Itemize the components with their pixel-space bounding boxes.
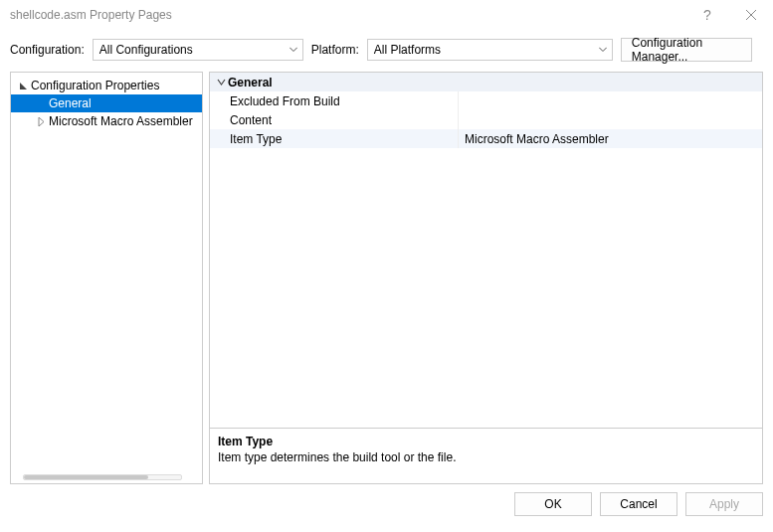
description-text: Item type determines the build tool or t… xyxy=(218,450,754,464)
tree-item-microsoft-macro-assembler[interactable]: Microsoft Macro Assembler xyxy=(11,112,202,130)
window-title: shellcode.asm Property Pages xyxy=(10,8,172,22)
nav-tree[interactable]: Configuration Properties General Microso… xyxy=(10,72,203,484)
apply-button[interactable]: Apply xyxy=(685,492,763,516)
configuration-dropdown[interactable]: All Configurations xyxy=(93,39,303,61)
description-title: Item Type xyxy=(218,435,754,448)
platform-value: All Platforms xyxy=(374,43,441,57)
tree-horizontal-scrollbar[interactable] xyxy=(23,474,182,480)
property-panel: General Excluded From Build Content Item… xyxy=(209,72,763,484)
tree-root-configuration-properties[interactable]: Configuration Properties xyxy=(11,77,202,94)
configuration-label: Configuration: xyxy=(10,43,85,57)
prop-value[interactable] xyxy=(459,91,762,110)
property-grid[interactable]: General Excluded From Build Content Item… xyxy=(210,73,762,428)
description-pane: Item Type Item type determines the build… xyxy=(210,428,762,483)
category-header-general[interactable]: General xyxy=(210,73,762,91)
close-icon xyxy=(746,10,756,20)
titlebar: shellcode.asm Property Pages ? xyxy=(0,0,773,30)
chevron-down-icon xyxy=(214,78,228,87)
platform-label: Platform: xyxy=(311,43,359,57)
configuration-value: All Configurations xyxy=(99,43,193,57)
prop-value[interactable]: Microsoft Macro Assembler xyxy=(459,129,762,148)
prop-value[interactable] xyxy=(459,110,762,129)
ok-button[interactable]: OK xyxy=(514,492,592,516)
tree-item-general[interactable]: General xyxy=(11,94,202,112)
help-button[interactable]: ? xyxy=(685,0,729,30)
prop-name: Item Type xyxy=(210,129,459,148)
collapse-icon xyxy=(17,82,29,90)
chevron-down-icon xyxy=(599,48,607,53)
cancel-button[interactable]: Cancel xyxy=(600,492,677,516)
prop-row-excluded-from-build[interactable]: Excluded From Build xyxy=(210,91,762,110)
scrollbar-thumb[interactable] xyxy=(24,475,148,479)
chevron-down-icon xyxy=(290,48,297,53)
platform-dropdown[interactable]: All Platforms xyxy=(367,39,613,61)
close-button[interactable] xyxy=(729,0,773,30)
configuration-manager-button[interactable]: Configuration Manager... xyxy=(621,38,752,62)
dialog-buttons: OK Cancel Apply xyxy=(0,484,773,516)
config-bar: Configuration: All Configurations Platfo… xyxy=(0,30,773,68)
expand-icon xyxy=(35,117,47,126)
prop-row-content[interactable]: Content xyxy=(210,110,762,129)
prop-name: Excluded From Build xyxy=(210,91,459,110)
prop-row-item-type[interactable]: Item Type Microsoft Macro Assembler xyxy=(210,129,762,148)
prop-name: Content xyxy=(210,110,459,129)
